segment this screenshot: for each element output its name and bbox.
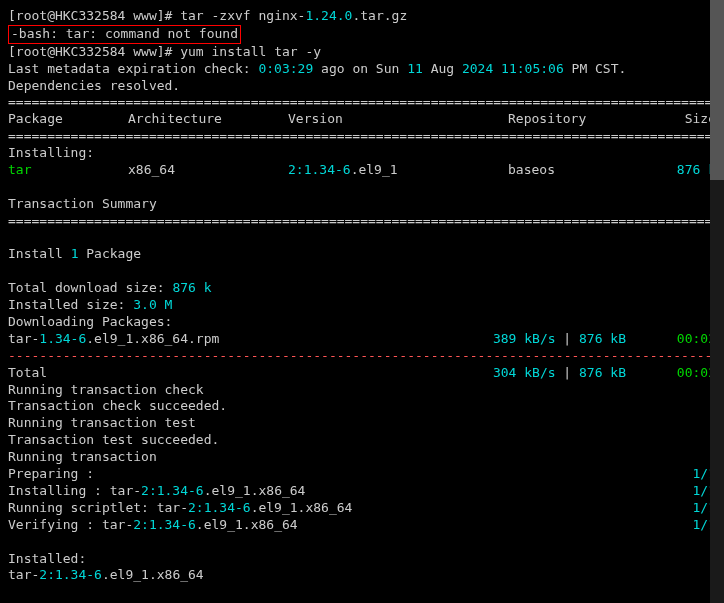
installed-label: Installed: (8, 551, 716, 568)
divider-dash: ----------------------------------------… (8, 348, 716, 365)
pkg-name: tar (8, 162, 128, 179)
pkg-repo: baseos (508, 162, 648, 179)
total-row: Total 304 kB/s | 876 kB 00:02 (8, 365, 716, 382)
scrollbar[interactable] (710, 0, 724, 603)
installed-pkg: tar-2:1.34-6.el9_1.x86_64 (8, 567, 716, 584)
trans-test-ok: Transaction test succeeded. (8, 432, 716, 449)
prompt-line-2: [root@HKC332584 www]# yum install tar -y (8, 44, 716, 61)
pkg-arch: x86_64 (128, 162, 288, 179)
step-install: Installing : tar-2:1.34-6.el9_1.x86_641/… (8, 483, 716, 500)
divider: ========================================… (8, 128, 716, 145)
divider: ========================================… (8, 94, 716, 111)
rpm-time: 00:02 (626, 331, 716, 348)
error-box: -bash: tar: command not found (8, 25, 716, 44)
downloading-label: Downloading Packages: (8, 314, 716, 331)
rpm-speed: 389 kB/s | 876 kB (466, 331, 626, 348)
trans-run: Running transaction (8, 449, 716, 466)
header-size: Size (648, 111, 716, 128)
rpm-name: tar-1.34-6.el9_1.x86_64.rpm (8, 331, 466, 348)
step-verify: Verifying : tar-2:1.34-6.el9_1.x86_641/1 (8, 517, 716, 534)
table-header: Package Architecture Version Repository … (8, 111, 716, 128)
divider: ========================================… (8, 213, 716, 230)
step-scriptlet: Running scriptlet: tar-2:1.34-6.el9_1.x8… (8, 500, 716, 517)
installing-label: Installing: (8, 145, 716, 162)
header-repo: Repository (508, 111, 648, 128)
installed-size: Installed size: 3.0 M (8, 297, 716, 314)
table-row: tar x86_64 2:1.34-6.el9_1 baseos 876 k (8, 162, 716, 179)
scrollbar-thumb[interactable] (710, 0, 724, 180)
metadata-line: Last metadata expiration check: 0:03:29 … (8, 61, 716, 78)
header-arch: Architecture (128, 111, 288, 128)
install-count: Install 1 Package (8, 246, 716, 263)
download-row: tar-1.34-6.el9_1.x86_64.rpm 389 kB/s | 8… (8, 331, 716, 348)
total-time: 00:02 (626, 365, 716, 382)
download-size: Total download size: 876 k (8, 280, 716, 297)
step-prepare: Preparing :1/1 (8, 466, 716, 483)
trans-test: Running transaction test (8, 415, 716, 432)
trans-check-ok: Transaction check succeeded. (8, 398, 716, 415)
dep-resolved: Dependencies resolved. (8, 78, 716, 95)
transaction-summary: Transaction Summary (8, 196, 716, 213)
pkg-version: 2:1.34-6.el9_1 (288, 162, 508, 179)
prompt-line-1: [root@HKC332584 www]# yum install tar -y… (8, 8, 716, 25)
total-speed: 304 kB/s | 876 kB (466, 365, 626, 382)
total-label: Total (8, 365, 466, 382)
header-package: Package (8, 111, 128, 128)
pkg-size: 876 k (648, 162, 716, 179)
terminal-output: [root@HKC332584 www]# yum install tar -y… (8, 8, 716, 603)
header-version: Version (288, 111, 508, 128)
trans-check: Running transaction check (8, 382, 716, 399)
